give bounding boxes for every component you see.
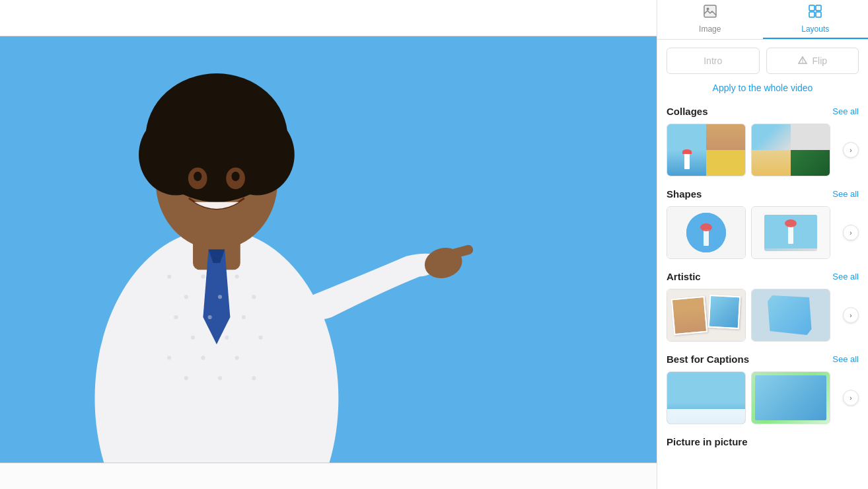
svg-point-31 — [218, 376, 222, 380]
shapes-header: Shapes See all — [667, 188, 859, 200]
svg-point-33 — [252, 376, 256, 380]
pip-header: Picture in picture — [667, 436, 859, 450]
collage-thumb-2[interactable] — [751, 124, 830, 176]
svg-point-18 — [201, 274, 205, 278]
svg-point-11 — [231, 172, 239, 181]
artistic-header: Artistic See all — [667, 271, 859, 282]
svg-point-22 — [174, 315, 178, 319]
collages-items — [667, 124, 838, 176]
panel-content: Intro Flip Apply to the whole video Coll… — [657, 40, 868, 489]
layouts-tab-icon — [808, 4, 822, 22]
canvas-area — [0, 0, 657, 489]
tab-image-label: Image — [699, 24, 721, 34]
collages-row: › — [667, 124, 859, 176]
svg-point-30 — [201, 356, 205, 359]
shapes-row: › — [667, 206, 859, 259]
collage-thumb-1[interactable] — [667, 124, 746, 176]
svg-rect-46 — [788, 225, 793, 244]
caption-thumb-2[interactable] — [751, 371, 830, 424]
svg-rect-39 — [816, 12, 821, 17]
svg-rect-37 — [816, 5, 821, 11]
action-buttons: Intro Flip — [667, 48, 859, 74]
captions-see-all[interactable]: See all — [832, 354, 859, 364]
tab-layouts[interactable]: Layouts — [763, 0, 869, 39]
svg-point-32 — [235, 356, 239, 359]
svg-point-29 — [184, 376, 188, 380]
image-tab-icon — [703, 4, 717, 22]
flip-button[interactable]: Flip — [766, 48, 859, 74]
artistic-row: › — [667, 289, 859, 342]
svg-point-24 — [208, 315, 212, 319]
right-panel: Image Layouts Intro — [657, 0, 868, 489]
svg-point-47 — [785, 219, 797, 227]
svg-point-16 — [167, 274, 171, 278]
captions-scroll-arrow[interactable]: › — [843, 390, 859, 406]
captions-section: Best for Captions See all — [667, 354, 859, 424]
svg-point-7 — [159, 80, 274, 155]
shapes-see-all[interactable]: See all — [832, 189, 859, 199]
artistic-thumb-2[interactable] — [751, 289, 830, 342]
flip-icon — [797, 55, 808, 67]
intro-label: Intro — [704, 56, 722, 66]
captions-header: Best for Captions See all — [667, 354, 859, 365]
svg-point-26 — [242, 315, 246, 319]
captions-row: › — [667, 371, 859, 424]
artistic-items — [667, 289, 838, 342]
artistic-section: Artistic See all — [667, 271, 859, 342]
intro-button[interactable]: Intro — [667, 48, 760, 74]
svg-rect-36 — [809, 5, 814, 11]
shape-thumb-rect[interactable] — [751, 206, 830, 259]
artistic-scroll-arrow[interactable]: › — [843, 307, 859, 323]
svg-point-23 — [191, 336, 195, 340]
tab-bar: Image Layouts — [657, 0, 868, 40]
canvas-image-container — [0, 36, 657, 463]
svg-point-28 — [167, 356, 171, 359]
artistic-see-all[interactable]: See all — [832, 272, 859, 282]
pip-title: Picture in picture — [667, 436, 748, 447]
shapes-items — [667, 206, 838, 259]
svg-rect-34 — [704, 5, 716, 17]
svg-point-44 — [700, 223, 712, 231]
apply-whole-video-link[interactable]: Apply to the whole video — [713, 83, 813, 93]
background-image — [0, 36, 657, 463]
shape-thumb-circle[interactable] — [667, 206, 746, 259]
artistic-thumb-1[interactable] — [667, 289, 746, 342]
shapes-section: Shapes See all — [667, 188, 859, 259]
captions-items — [667, 371, 838, 424]
captions-title: Best for Captions — [667, 354, 749, 365]
collages-section: Collages See all — [667, 106, 859, 176]
shapes-title: Shapes — [667, 188, 702, 200]
collages-scroll-arrow[interactable]: › — [843, 142, 859, 158]
apply-link-container: Apply to the whole video — [667, 82, 859, 94]
caption-thumb-1[interactable] — [667, 371, 746, 424]
artistic-title: Artistic — [667, 271, 701, 282]
svg-point-27 — [258, 336, 262, 340]
svg-point-25 — [225, 336, 229, 340]
svg-point-20 — [235, 274, 239, 278]
canvas-bottom-bar — [0, 463, 657, 489]
collages-see-all[interactable]: See all — [832, 106, 859, 116]
svg-point-19 — [218, 295, 222, 299]
tab-image[interactable]: Image — [657, 0, 763, 39]
tab-layouts-label: Layouts — [801, 24, 829, 34]
svg-point-35 — [706, 8, 709, 11]
svg-point-21 — [252, 295, 256, 299]
canvas-top-bar — [0, 0, 657, 36]
svg-point-10 — [194, 172, 201, 181]
flip-label: Flip — [812, 56, 827, 66]
collages-header: Collages See all — [667, 106, 859, 117]
shapes-scroll-arrow[interactable]: › — [843, 225, 859, 241]
svg-rect-43 — [704, 229, 709, 246]
pip-section: Picture in picture — [667, 436, 859, 450]
svg-rect-38 — [809, 12, 814, 17]
svg-point-17 — [184, 295, 188, 299]
collages-title: Collages — [667, 106, 708, 117]
